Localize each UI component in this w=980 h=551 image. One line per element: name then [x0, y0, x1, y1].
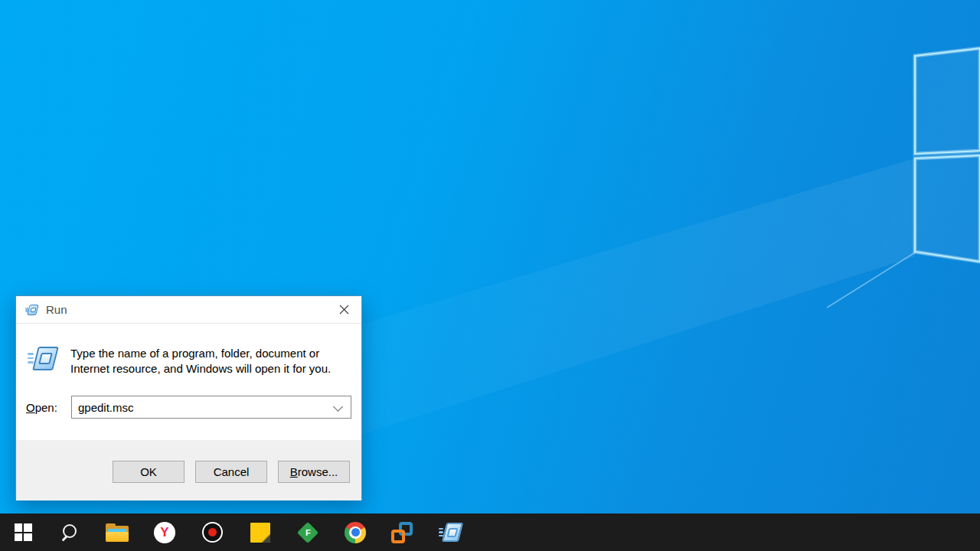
sticky-note-icon — [250, 523, 270, 543]
browse-button[interactable]: Browse... — [278, 461, 350, 483]
dropdown-button[interactable] — [328, 396, 351, 418]
start-button[interactable] — [2, 514, 44, 551]
record-icon — [202, 522, 223, 543]
taskbar-google-chrome[interactable] — [334, 514, 377, 551]
run-icon-taskbar — [439, 522, 462, 543]
taskbar-screen-recorder[interactable] — [191, 514, 234, 551]
windows-logo-icon — [15, 523, 32, 541]
taskbar-sticky-notes[interactable] — [239, 514, 282, 551]
screen: Run Type the name of a program, folder, … — [0, 0, 980, 551]
taskbar-search-button[interactable] — [47, 514, 90, 551]
vmware-icon — [391, 522, 413, 543]
run-dialog: Run Type the name of a program, folder, … — [15, 295, 362, 500]
taskbar: Y F — [0, 514, 980, 551]
cancel-button[interactable]: Cancel — [195, 461, 267, 483]
yandex-browser-icon: Y — [154, 522, 175, 543]
taskbar-yandex-browser[interactable]: Y — [143, 514, 186, 551]
ok-button[interactable]: OK — [113, 461, 185, 483]
run-icon-large — [28, 345, 57, 371]
taskbar-file-explorer[interactable] — [96, 514, 139, 551]
run-icon — [25, 304, 38, 315]
dialog-titlebar[interactable]: Run — [16, 296, 361, 324]
open-combobox — [71, 396, 351, 419]
taskbar-f-diamond-app[interactable]: F — [286, 514, 329, 551]
dialog-title: Run — [46, 303, 67, 316]
chrome-icon — [345, 522, 366, 543]
description-line2: Internet resource, and Windows will open… — [70, 361, 331, 377]
dialog-description: Type the name of a program, folder, docu… — [70, 346, 331, 377]
taskbar-vmware[interactable] — [381, 514, 423, 551]
close-button[interactable] — [327, 296, 361, 323]
folder-icon — [106, 523, 129, 542]
green-diamond-f-icon: F — [297, 521, 318, 543]
open-input[interactable] — [72, 396, 328, 418]
dialog-body: Type the name of a program, folder, docu… — [16, 324, 361, 440]
dialog-footer: OK Cancel Browse... — [16, 440, 361, 500]
search-icon — [60, 523, 78, 542]
taskbar-run-app[interactable] — [429, 514, 472, 551]
description-line1: Type the name of a program, folder, docu… — [70, 346, 331, 361]
close-icon — [339, 305, 349, 315]
open-label: Open: — [26, 401, 57, 414]
